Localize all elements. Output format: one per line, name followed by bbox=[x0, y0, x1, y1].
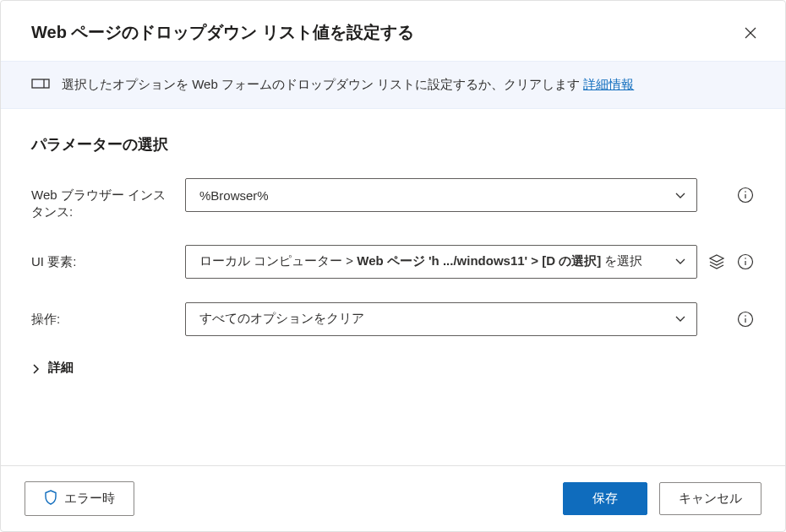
dialog-footer: エラー時 保存 キャンセル bbox=[1, 465, 785, 531]
advanced-label: 詳細 bbox=[48, 360, 74, 376]
browser-instance-label: Web ブラウザー インスタンス: bbox=[31, 178, 173, 221]
dropdown-form-icon bbox=[31, 77, 50, 93]
browser-instance-value: %Browser% bbox=[199, 188, 269, 203]
info-icon bbox=[737, 187, 754, 204]
dialog-title: Web ページのドロップダウン リスト値を設定する bbox=[31, 21, 414, 44]
cancel-button[interactable]: キャンセル bbox=[659, 482, 761, 515]
on-error-button[interactable]: エラー時 bbox=[25, 481, 134, 516]
info-banner: 選択したオプションを Web フォームのドロップダウン リストに設定するか、クリ… bbox=[1, 61, 785, 109]
info-icon bbox=[737, 253, 754, 270]
ui-element-row: UI 要素: ローカル コンピューター > Web ページ 'h .../win… bbox=[31, 245, 755, 279]
banner-text: 選択したオプションを Web フォームのドロップダウン リストに設定するか、クリ… bbox=[62, 77, 634, 93]
operation-row: 操作: すべてのオプションをクリア bbox=[31, 302, 755, 336]
chevron-down-icon bbox=[674, 312, 686, 326]
ui-element-picker-button[interactable] bbox=[707, 252, 726, 271]
browser-info-button[interactable] bbox=[736, 186, 755, 204]
dialog-header: Web ページのドロップダウン リスト値を設定する bbox=[1, 1, 785, 61]
chevron-down-icon bbox=[674, 188, 686, 203]
svg-rect-2 bbox=[32, 79, 49, 88]
dialog-content: パラメーターの選択 Web ブラウザー インスタンス: %Browser% UI… bbox=[1, 109, 785, 465]
svg-point-13 bbox=[745, 315, 746, 317]
svg-marker-7 bbox=[710, 255, 723, 262]
browser-instance-dropdown[interactable]: %Browser% bbox=[185, 178, 697, 212]
close-icon bbox=[745, 27, 756, 39]
operation-value: すべてのオプションをクリア bbox=[199, 311, 364, 327]
operation-label: 操作: bbox=[31, 302, 173, 328]
browser-instance-row: Web ブラウザー インスタンス: %Browser% bbox=[31, 178, 755, 221]
layers-icon bbox=[708, 253, 725, 270]
info-icon bbox=[737, 311, 754, 328]
svg-point-6 bbox=[745, 191, 746, 193]
ui-element-label: UI 要素: bbox=[31, 245, 173, 270]
ui-element-info-button[interactable] bbox=[736, 252, 755, 271]
operation-dropdown[interactable]: すべてのオプションをクリア bbox=[185, 302, 697, 336]
chevron-right-icon bbox=[31, 362, 41, 372]
section-title: パラメーターの選択 bbox=[31, 134, 755, 155]
save-button[interactable]: 保存 bbox=[563, 482, 647, 515]
ui-element-dropdown[interactable]: ローカル コンピューター > Web ページ 'h .../windows11'… bbox=[185, 245, 697, 279]
operation-info-button[interactable] bbox=[736, 310, 755, 328]
close-button[interactable] bbox=[743, 25, 758, 41]
shield-icon bbox=[44, 490, 57, 508]
advanced-toggle[interactable]: 詳細 bbox=[31, 360, 755, 376]
svg-point-10 bbox=[745, 258, 746, 259]
ui-element-value: ローカル コンピューター > Web ページ 'h .../windows11'… bbox=[199, 253, 642, 269]
chevron-down-icon bbox=[674, 254, 686, 269]
more-info-link[interactable]: 詳細情報 bbox=[583, 77, 634, 91]
